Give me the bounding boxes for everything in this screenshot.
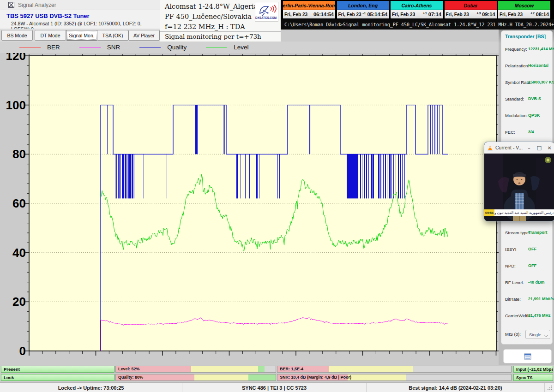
tp-value: DVB-S: [528, 96, 541, 101]
tab-tsa-ok-[interactable]: TSA (OK): [97, 30, 128, 41]
tp-label-carrierwidth-: CarrierWidth:: [505, 313, 531, 318]
clock-date: Fri, Feb 23: [500, 12, 523, 17]
signal-analyzer-app: Signal Analyzer TBS 5927 USB DVB-S2 Tune…: [0, 0, 554, 392]
clock-city: Moscow: [498, 1, 550, 10]
clock-date: Fri, Feb 23: [284, 12, 307, 17]
svg-text:DXSATCS.COM: DXSATCS.COM: [255, 16, 277, 19]
legend-item-quality: Quality: [139, 44, 187, 51]
clock-time: 07:14: [428, 12, 441, 17]
clock-utc-offset: +2: [530, 11, 535, 15]
status-lock: Lock: [1, 374, 114, 381]
minimize-button[interactable]: –: [524, 142, 534, 153]
app-icon: [8, 2, 14, 8]
gauge-level: Level: 52%: [115, 366, 276, 373]
status-row: LockQuality: 80%SNR: 10,4 dB (Margin: 4,…: [0, 374, 554, 381]
tab-signal-mon-[interactable]: Signal Mon.: [66, 30, 97, 41]
tab-row: BS ModeDT ModeSignal Mon.TSA (OK)AV Play…: [0, 29, 160, 42]
clock-berlin-paris-vienna-roma: Berlin-Paris-Vienna-RomaFri, Feb 2306:14…: [283, 0, 336, 19]
svg-text:60: 60: [12, 196, 26, 210]
terminal-window[interactable]: C:\Users\Roman Dávid>Signal monitoring_P…: [281, 19, 554, 30]
gauge-segment-yellow: [329, 366, 413, 372]
gauge-segment-green: [248, 374, 276, 380]
window-titlebar: Signal Analyzer: [0, 0, 160, 10]
vlc-titlebar[interactable]: Current - V... – □ ×: [484, 142, 554, 154]
statusbar-segment-0: Locked -> Uptime: 73:00:25: [0, 383, 182, 392]
clock-city: Dubai: [445, 1, 497, 10]
svg-text:20: 20: [12, 295, 26, 309]
svg-text:80: 80: [12, 147, 26, 161]
status-input-21-02-mbps-: Input (~21,02 Mbps): [513, 366, 553, 373]
tp-label-polarization-: Polarization:: [505, 63, 529, 68]
tp-value: Transport: [528, 230, 548, 235]
vlc-player-window[interactable]: Current - V... – □ ×: [484, 142, 554, 221]
maximize-button[interactable]: □: [534, 142, 544, 153]
legend-swatch: [139, 47, 161, 48]
tp-value: 21,991 Mbit/s: [528, 297, 554, 301]
mis-dropdown[interactable]: Single: [525, 330, 550, 339]
clock-city: London, Eng: [337, 1, 389, 10]
sidebar-tool-button[interactable]: [503, 349, 552, 363]
svg-text:0: 0: [19, 344, 26, 358]
satellite-dish-icon: DXSATCS.COM: [255, 2, 277, 20]
tp-value: 12231,414 MHz: [528, 47, 554, 51]
window-title: Signal Analyzer: [18, 2, 56, 8]
legend-swatch: [79, 47, 101, 48]
terminal-command: C:\Users\Roman Dávid>Signal monitoring_P…: [284, 22, 554, 27]
tp-value: Horizontal: [528, 63, 548, 68]
tp-value: 21,476 MHz: [528, 313, 551, 318]
tab-dt-mode[interactable]: DT Mode: [35, 30, 66, 41]
gauge-quality: Quality: 80%: [115, 374, 276, 381]
site-title: PF 450_Lučenec/Slovakia: [165, 13, 252, 20]
legend-item-level: Level: [206, 44, 248, 51]
legend-label: Level: [234, 44, 248, 51]
news-ticker: 09:54 بين البلدين الشقيقين ▪ رئيس الجمهو…: [484, 209, 554, 216]
tp-value: QPSK: [528, 113, 540, 118]
tp-label-symbol-rate-: Symbol Rate:: [505, 80, 531, 85]
header-divider: [160, 31, 281, 32]
clock-date: Fri, Feb 23: [338, 12, 361, 17]
ticker-text: بين البلدين الشقيقين ▪ رئيس الجمهورية ال…: [494, 211, 554, 215]
transponder-title: Transponder [BS]: [505, 34, 546, 39]
legend-swatch: [19, 47, 41, 48]
tp-value: OFF: [528, 263, 536, 268]
clock-utc-offset: +3: [476, 11, 481, 15]
tp-label-stream-type-: Stream type:: [505, 230, 530, 235]
clock-moscow: MoscowFri, Feb 23+208:14: [498, 0, 551, 19]
tp-value: -40 dBm: [528, 280, 545, 285]
vlc-title: Current - V...: [495, 145, 524, 150]
status-sync-ts: Sync TS: [513, 374, 553, 381]
gauge-snr: SNR: 10,4 dB (Margin: 4,9 dB | Poor): [277, 374, 512, 381]
vlc-cone-icon: [487, 145, 493, 151]
legend-item-ber: BER: [19, 44, 60, 51]
vlc-video-frame[interactable]: 09:54 بين البلدين الشقيقين ▪ رئيس الجمهو…: [484, 154, 554, 221]
clock-date: Fri, Feb 23: [392, 12, 415, 17]
statusbar-segment-2: Best signal: 14,4 dB (2024-02-21 03:20): [367, 383, 545, 392]
tp-value: 3/4: [528, 130, 534, 134]
clock-time: 06:14:54: [313, 12, 334, 17]
tuner-name: TBS 5927 USB DVB-S2 Tuner: [6, 12, 90, 19]
resize-grip[interactable]: [548, 386, 553, 391]
monitoring-duration: Signal monitoring per t=+73h: [165, 33, 261, 40]
gauge-ber: BER: 1,5E-4: [277, 366, 512, 373]
clock-time: 08:14: [536, 12, 549, 17]
gauge-segment-gray: [265, 366, 276, 372]
clock-time: 05:14:54: [367, 12, 387, 17]
tp-label-fec-: FEC:: [505, 130, 515, 135]
statusbar-segment-1: SYNC 486 | TEI 3 | CC 5723: [182, 383, 367, 392]
tp-label-issyi: ISSYI: [505, 247, 516, 252]
frequency-title: f=12 232 MHz_H : TDA: [165, 23, 245, 30]
tab-bs-mode[interactable]: BS Mode: [1, 30, 33, 41]
gauge-level-label: Level: 52%: [118, 367, 140, 371]
clock-utc-offset: -1: [362, 11, 366, 15]
tp-label-frequency-: Frequency:: [505, 47, 527, 52]
clock-date: Fri, Feb 23: [446, 12, 469, 17]
svg-text:120: 120: [6, 53, 26, 63]
gauge-ber-label: BER: 1,5E-4: [280, 367, 303, 371]
gauge-segment-green: [258, 366, 265, 372]
gauge-segment-yellow: [194, 374, 249, 380]
clock-city: Berlin-Paris-Vienna-Roma: [283, 1, 335, 10]
svg-text:40: 40: [12, 246, 26, 260]
clock-london-eng: London, EngFri, Feb 23-105:14:54: [337, 0, 390, 19]
tab-av-player[interactable]: AV Player: [128, 30, 160, 41]
close-button[interactable]: ×: [544, 142, 554, 153]
